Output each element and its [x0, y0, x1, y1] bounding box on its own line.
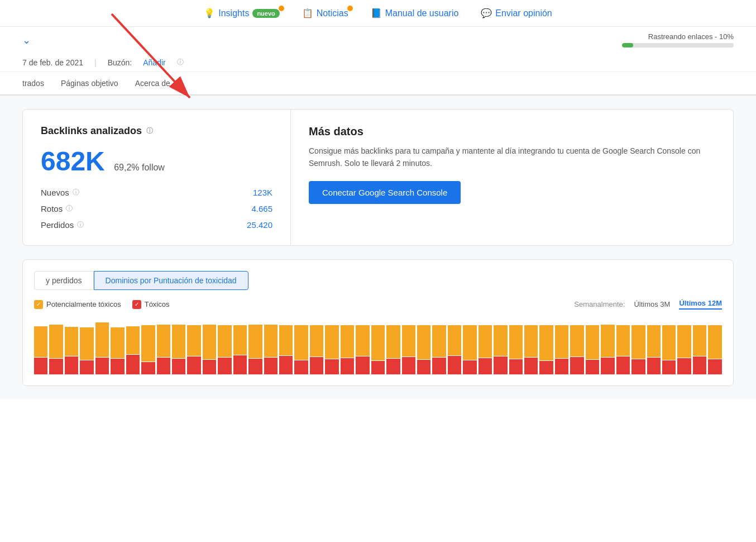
bar-bottom	[218, 358, 231, 374]
insights-icon: 💡	[204, 8, 215, 18]
bar-bottom	[233, 355, 247, 374]
chart-tab-toxicidad[interactable]: Dominios por Puntuación de toxicidad	[94, 271, 248, 290]
crawl-info: Rastreando enlaces - 10%	[622, 32, 734, 47]
progress-bar	[622, 43, 734, 47]
bar-bottom	[65, 356, 78, 374]
chart-tab-perdidos[interactable]: y perdidos	[34, 271, 94, 290]
bar-top	[616, 325, 630, 356]
bar-top	[479, 325, 492, 358]
bar-group	[264, 325, 277, 374]
chart-legend: ✓ Potencialmente tóxicos ✓ Tóxicos	[34, 300, 169, 309]
bar-group	[386, 325, 400, 374]
bar-group	[524, 325, 538, 374]
bar-top	[310, 325, 323, 356]
bar-top	[662, 325, 676, 360]
nuevos-info-icon[interactable]: ⓘ	[73, 188, 79, 197]
crawl-label: Rastreando enlaces - 10%	[622, 32, 734, 41]
bar-group	[157, 325, 170, 374]
rotos-info-icon[interactable]: ⓘ	[66, 204, 73, 213]
stats-card: Backlinks analizados ⓘ 682K 69,2% follow…	[22, 109, 734, 246]
bar-top	[49, 325, 63, 358]
follow-label: 69,2% follow	[114, 163, 165, 172]
nav-opinion-label: Enviar opinión	[495, 8, 552, 18]
backlinks-big-number: 682K	[41, 146, 105, 177]
bar-bottom	[509, 359, 523, 374]
bar-top	[356, 325, 369, 356]
bar-group	[279, 325, 293, 374]
bar-group	[631, 325, 645, 374]
bar-top	[494, 325, 507, 356]
bar-bottom	[341, 358, 354, 374]
chart-filters-row: ✓ Potencialmente tóxicos ✓ Tóxicos Seman…	[34, 299, 722, 310]
bar-top	[187, 325, 200, 356]
insights-dot	[279, 6, 284, 11]
stats-row-nuevos: Nuevos ⓘ 123K	[41, 188, 272, 197]
nav-noticias[interactable]: 📋 Noticias	[302, 8, 348, 18]
bar-group	[417, 325, 430, 374]
time-prefix: Semanalmente:	[574, 300, 625, 308]
noticias-icon: 📋	[302, 8, 313, 18]
bar-bottom	[356, 356, 369, 374]
bar-bottom	[479, 358, 492, 374]
bar-group	[601, 325, 614, 374]
legend-red-checkbox[interactable]: ✓	[132, 300, 141, 309]
bar-bottom	[203, 360, 216, 374]
bar-group	[203, 325, 216, 374]
bar-top	[402, 325, 415, 356]
time-3m[interactable]: Últimos 3M	[634, 300, 670, 308]
legend-orange-checkbox[interactable]: ✓	[34, 300, 43, 309]
tab-paginas[interactable]: Páginas objetivo	[61, 72, 118, 96]
bar-top	[80, 327, 93, 360]
bar-group	[479, 325, 492, 374]
bar-bottom	[371, 361, 385, 374]
bar-group	[494, 325, 507, 374]
bar-group	[218, 325, 231, 374]
bar-top	[647, 325, 661, 357]
tab-registrados[interactable]: trados	[22, 72, 44, 96]
sub-header: ⌄ Rastreando enlaces - 10%	[0, 27, 756, 53]
bar-bottom	[187, 356, 200, 374]
bar-group	[693, 325, 706, 374]
chevron-down-icon[interactable]: ⌄	[22, 34, 31, 46]
backlinks-info-icon[interactable]: ⓘ	[146, 126, 153, 136]
separator: |	[94, 58, 97, 67]
more-data-title: Más datos	[309, 125, 715, 138]
bar-top	[463, 325, 476, 360]
bar-bottom	[310, 357, 323, 374]
bar-group	[95, 322, 109, 374]
time-12m[interactable]: Últimos 12M	[679, 299, 722, 310]
date-row: 7 de feb. de 2021 | Buzón: Añadir ⓘ	[0, 53, 756, 72]
connect-gsc-button[interactable]: Conectar Google Search Console	[309, 181, 461, 204]
bar-top	[157, 325, 170, 357]
bar-bottom	[693, 356, 706, 374]
bar-bottom	[172, 359, 185, 374]
buzon-info-icon[interactable]: ⓘ	[177, 58, 184, 67]
bar-bottom	[49, 359, 63, 374]
nav-opinion[interactable]: 💬 Enviar opinión	[481, 8, 552, 18]
bar-top	[264, 325, 277, 357]
nav-manual-label: Manual de usuario	[385, 8, 459, 18]
bar-bottom	[616, 356, 630, 374]
bar-group	[80, 327, 93, 374]
bar-group	[432, 325, 446, 374]
stats-rows: Nuevos ⓘ 123K Rotos ⓘ 4.665 Perdidos ⓘ	[41, 188, 272, 230]
tab-acerca[interactable]: Acerca de	[135, 72, 170, 96]
stats-row-perdidos: Perdidos ⓘ 25.420	[41, 220, 272, 230]
nav-insights-label: Insights	[218, 8, 249, 18]
bar-top	[233, 325, 247, 355]
perdidos-info-icon[interactable]: ⓘ	[77, 220, 84, 230]
legend-toxicos: ✓ Tóxicos	[132, 300, 170, 309]
buzon-add-link[interactable]: Añadir	[143, 58, 165, 67]
bar-group	[647, 325, 661, 374]
bar-group	[371, 325, 385, 374]
bar-top	[34, 326, 47, 357]
noticias-dot	[347, 6, 353, 11]
bar-group	[616, 325, 630, 374]
bar-group	[677, 325, 691, 374]
nav-noticias-label: Noticias	[317, 8, 348, 18]
bar-top	[341, 325, 354, 358]
bar-group	[34, 326, 47, 374]
bar-group	[555, 325, 568, 374]
nav-insights[interactable]: 💡 Insights nuevo	[204, 8, 280, 18]
nav-manual[interactable]: 📘 Manual de usuario	[371, 8, 459, 18]
